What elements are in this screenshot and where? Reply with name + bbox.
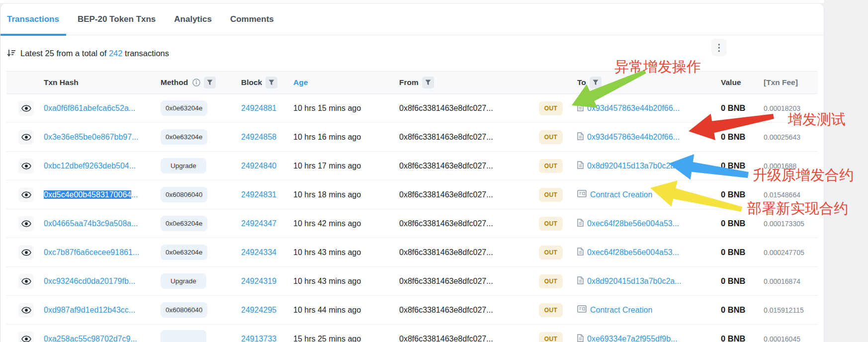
tab-transactions[interactable]: Transactions xyxy=(7,3,59,35)
view-transaction-details-button[interactable] xyxy=(18,332,34,342)
eye-icon xyxy=(21,105,31,112)
eye-icon xyxy=(21,336,31,342)
view-transaction-details-button[interactable] xyxy=(18,130,34,145)
eye-icon xyxy=(21,278,31,285)
header-txn-hash: Txn Hash xyxy=(37,78,156,87)
to-address-link[interactable]: 0xe69334e7a2f955df9b... xyxy=(587,335,678,342)
from-address: 0x8f6c3381463e8dfc027... xyxy=(395,277,533,286)
from-filter-button[interactable] xyxy=(422,77,434,88)
filter-funnel-icon xyxy=(425,80,431,86)
view-transaction-details-button[interactable] xyxy=(18,245,34,260)
header-age-sort-link[interactable]: Age xyxy=(290,78,395,87)
block-link[interactable]: 24924295 xyxy=(241,306,276,314)
total-transactions-link[interactable]: 242 xyxy=(109,49,123,58)
value-text: 0 BNB xyxy=(716,132,760,142)
view-transaction-details-button[interactable] xyxy=(18,101,34,116)
age-text: 10 hrs 17 mins ago xyxy=(290,162,395,171)
info-icon[interactable] xyxy=(192,79,200,86)
to-filter-button[interactable] xyxy=(590,77,602,88)
txn-fee-text: 0.01548664 xyxy=(760,191,819,199)
from-address: 0x8f6c3381463e8dfc027... xyxy=(395,190,533,199)
to-address-link[interactable]: 0x8d920415d13a7b0c2a... xyxy=(587,277,682,286)
block-link[interactable]: 24924319 xyxy=(241,277,276,285)
header-block: Block xyxy=(236,77,290,88)
block-link[interactable]: 24913733 xyxy=(241,335,276,342)
tab-bep20-token-txns[interactable]: BEP-20 Token Txns xyxy=(78,3,156,35)
to-address-link[interactable]: 0xec64f28be56e004a53... xyxy=(587,219,679,228)
tab-bar: Transactions BEP-20 Token Txns Analytics… xyxy=(0,3,824,35)
block-link[interactable]: 24924840 xyxy=(241,162,276,170)
age-text: 15 hrs 25 mins ago xyxy=(290,335,395,342)
txn-hash-link[interactable]: 0xd5c4e00b4583170064... xyxy=(44,190,138,199)
to-address-link[interactable]: 0xec64f28be56e004a53... xyxy=(587,248,679,257)
from-address: 0x8f6c3381463e8dfc027... xyxy=(395,133,533,142)
txn-hash-link[interactable]: 0x3e36e85be0e867bb97... xyxy=(44,133,138,141)
from-address: 0x8f6c3381463e8dfc027... xyxy=(395,335,533,342)
filter-funnel-icon xyxy=(593,80,599,86)
value-text: 0 BNB xyxy=(716,190,760,199)
table-body: 0xa0f6f861abefca6c52a... 0x0e63204e 2492… xyxy=(6,94,818,342)
block-link[interactable]: 24924831 xyxy=(241,190,276,199)
txn-hash-link[interactable]: 0xbc12dbef9263deb504... xyxy=(44,162,136,170)
table-row: 0xc93246cd0da20179fb... Upgrade 24924319… xyxy=(6,267,818,296)
header-txn-fee: [Txn Fee] xyxy=(760,78,819,87)
txn-hash-link[interactable]: 0xd987af9d1ed12b43cc... xyxy=(44,306,135,314)
age-text: 10 hrs 16 mins ago xyxy=(290,133,395,142)
view-transaction-details-button[interactable] xyxy=(18,216,34,231)
value-text: 0 BNB xyxy=(716,248,760,257)
method-filter-button[interactable] xyxy=(204,77,216,88)
txn-hash-link[interactable]: 0x04665aa74b3c9a508a... xyxy=(44,219,138,228)
document-icon xyxy=(577,334,584,342)
txn-hash-link[interactable]: 0xc93246cd0da20179fb... xyxy=(44,277,135,285)
tab-analytics[interactable]: Analytics xyxy=(174,3,212,35)
contract-icon xyxy=(577,305,587,315)
view-transaction-details-button[interactable] xyxy=(18,187,34,202)
block-link[interactable]: 24924334 xyxy=(241,248,276,256)
summary-row: Latest 25 from a total of 242 transactio… xyxy=(0,35,824,71)
txn-hash-link[interactable]: 0xa258ac55c98702d7c9... xyxy=(44,335,137,342)
direction-out-badge: OUT xyxy=(539,159,563,173)
method-badge: 0x0e63204e xyxy=(161,100,207,116)
eye-icon xyxy=(21,191,31,198)
txn-hash-link[interactable]: 0xc7b87f6a6cecee91861... xyxy=(44,248,139,256)
header-method: Method xyxy=(156,77,236,88)
document-icon xyxy=(577,219,584,229)
block-filter-button[interactable] xyxy=(265,77,277,88)
contract-icon xyxy=(577,190,587,199)
header-from: From xyxy=(395,77,533,88)
age-text: 10 hrs 18 mins ago xyxy=(290,190,395,199)
table-row: 0x3e36e85be0e867bb97... 0x0e63204e 24924… xyxy=(6,123,818,152)
to-address-link[interactable]: Contract Creation xyxy=(590,306,652,315)
tab-comments[interactable]: Comments xyxy=(230,3,274,35)
document-icon xyxy=(577,248,584,257)
eye-icon xyxy=(21,307,31,314)
from-address: 0x8f6c3381463e8dfc027... xyxy=(395,248,533,257)
eye-icon xyxy=(21,163,31,170)
summary-suffix: transactions xyxy=(122,49,169,58)
block-link[interactable]: 24924858 xyxy=(241,133,276,141)
document-icon xyxy=(577,276,584,286)
value-text: 0 BNB xyxy=(716,334,760,342)
direction-out-badge: OUT xyxy=(539,246,563,259)
view-transaction-details-button[interactable] xyxy=(18,274,34,289)
kebab-menu-button[interactable]: ⋮ xyxy=(711,39,727,56)
eye-icon xyxy=(21,249,31,256)
method-badge: Upgrade xyxy=(161,273,206,289)
filter-funnel-icon xyxy=(268,80,274,86)
to-address-link[interactable]: Contract Creation xyxy=(590,190,652,199)
to-address-link[interactable]: 0x93d457863e44b20f66... xyxy=(587,133,680,142)
method-badge: 0x0e63204e xyxy=(161,216,207,231)
txn-fee-text: 0.00016045 xyxy=(760,335,819,342)
direction-out-badge: OUT xyxy=(539,130,563,144)
block-link[interactable]: 24924881 xyxy=(241,104,276,112)
table-header-row: Txn Hash Method Block Age From xyxy=(6,71,818,94)
block-link[interactable]: 24924347 xyxy=(241,219,276,228)
view-transaction-details-button[interactable] xyxy=(18,159,34,173)
direction-out-badge: OUT xyxy=(539,188,563,202)
summary-prefix: Latest 25 from a total of xyxy=(20,49,109,58)
to-address-link[interactable]: 0x93d457863e44b20f66... xyxy=(587,104,680,113)
view-transaction-details-button[interactable] xyxy=(18,303,34,318)
to-address-link[interactable]: 0x8d920415d13a7b0c2a xyxy=(587,162,675,171)
transactions-card: Transactions BEP-20 Token Txns Analytics… xyxy=(0,3,824,342)
txn-hash-link[interactable]: 0xa0f6f861abefca6c52a... xyxy=(44,104,135,112)
